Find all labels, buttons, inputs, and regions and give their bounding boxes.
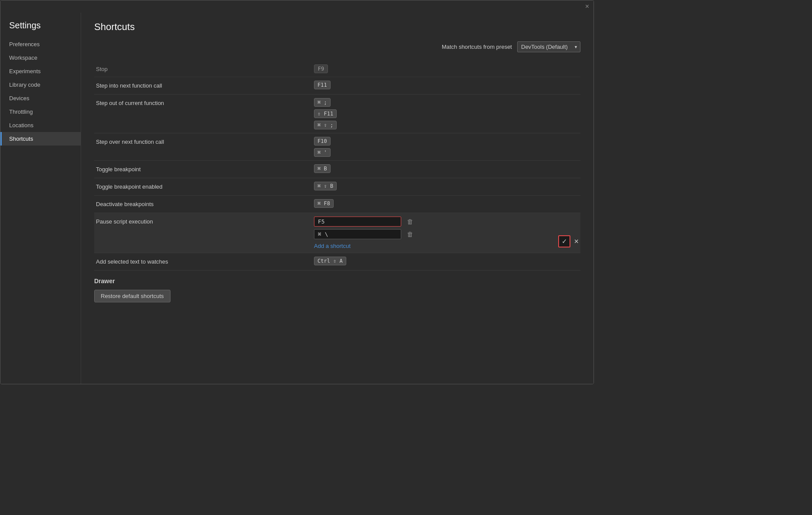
key-ctrl-shift-a: Ctrl ⇧ A bbox=[314, 257, 346, 265]
sidebar-title: Settings bbox=[0, 17, 81, 37]
shortcut-row-add-selected: Add selected text to watches Ctrl ⇧ A bbox=[94, 253, 580, 271]
shortcut-name-add-selected: Add selected text to watches bbox=[96, 257, 314, 265]
shortcut-keys-step-out: ⌘ ; ⇧ F11 ⌘ ⇧ ; bbox=[314, 98, 579, 129]
preset-row: Match shortcuts from preset DevTools (De… bbox=[94, 41, 580, 52]
shortcut-input-1[interactable]: F5 bbox=[314, 217, 401, 227]
shortcut-row-stop: Stop F9 bbox=[94, 61, 580, 77]
key-row: F11 bbox=[314, 81, 579, 89]
drawer-title: Drawer bbox=[94, 278, 580, 285]
sidebar-item-devices[interactable]: Devices bbox=[0, 91, 81, 105]
shortcut-row-deactivate-bp: Deactivate breakpoints ⌘ F8 bbox=[94, 196, 580, 213]
key-cmd-semicolon: ⌘ ; bbox=[314, 98, 331, 107]
confirm-cancel-area: ✓ × bbox=[558, 234, 579, 249]
shortcut-keys-step-over: F10 ⌘ ' bbox=[314, 137, 579, 157]
sidebar-item-experiments[interactable]: Experiments bbox=[0, 64, 81, 78]
key-row: ⌘ ' bbox=[314, 148, 579, 157]
sidebar-item-throttling[interactable]: Throttling bbox=[0, 105, 81, 119]
preset-label: Match shortcuts from preset bbox=[442, 44, 512, 50]
shortcut-row-step-into: Step into next function call F11 bbox=[94, 77, 580, 95]
shortcut-keys-step-into: F11 bbox=[314, 81, 579, 89]
key-cmd-f8: ⌘ F8 bbox=[314, 199, 334, 208]
restore-default-shortcuts-button[interactable]: Restore default shortcuts bbox=[94, 290, 171, 302]
key-row: ⌘ ⇧ ; bbox=[314, 121, 579, 129]
key-cmd-b: ⌘ B bbox=[314, 164, 331, 173]
key-row-input1: F5 🗑 bbox=[314, 217, 551, 227]
key-F10: F10 bbox=[314, 137, 331, 146]
key-row: F10 bbox=[314, 137, 579, 146]
titlebar: × bbox=[0, 0, 594, 13]
preset-select[interactable]: DevTools (Default) Visual Studio Code bbox=[517, 41, 580, 52]
key-row-add: Add a shortcut bbox=[314, 242, 551, 249]
shortcut-row-toggle-bp-enabled: Toggle breakpoint enabled ⌘ ⇧ B bbox=[94, 178, 580, 196]
shortcut-keys-pause-script: F5 🗑 ⌘ \ 🗑 Add a shortcut bbox=[314, 217, 551, 249]
shortcut-name-deactivate-bp: Deactivate breakpoints bbox=[96, 199, 314, 207]
shortcut-name-pause-script: Pause script execution bbox=[96, 217, 314, 225]
shortcut-name-step-out: Step out of current function bbox=[96, 98, 314, 106]
sidebar-item-preferences[interactable]: Preferences bbox=[0, 37, 81, 51]
shortcut-keys-toggle-bp: ⌘ B bbox=[314, 164, 579, 173]
key-row: Ctrl ⇧ A bbox=[314, 257, 579, 265]
close-button[interactable]: × bbox=[585, 3, 589, 10]
sidebar-item-library-code[interactable]: Library code bbox=[0, 78, 81, 91]
confirm-button[interactable]: ✓ bbox=[558, 235, 570, 247]
sidebar: Settings Preferences Workspace Experimen… bbox=[0, 13, 81, 384]
sidebar-item-locations[interactable]: Locations bbox=[0, 119, 81, 132]
shortcut-keys-deactivate-bp: ⌘ F8 bbox=[314, 199, 579, 208]
shortcut-row-step-over: Step over next function call F10 ⌘ ' bbox=[94, 133, 580, 161]
key-F9: F9 bbox=[314, 64, 328, 73]
page-title: Shortcuts bbox=[94, 21, 580, 33]
shortcut-name-step-into: Step into next function call bbox=[96, 81, 314, 89]
key-cmd-shift-b: ⌘ ⇧ B bbox=[314, 182, 337, 190]
sidebar-item-workspace[interactable]: Workspace bbox=[0, 51, 81, 64]
shortcut-name-toggle-bp: Toggle breakpoint bbox=[96, 164, 314, 173]
confirm-cancel-buttons: ✓ × bbox=[558, 235, 579, 247]
key-row: ⌘ B bbox=[314, 164, 579, 173]
shortcut-row-step-out: Step out of current function ⌘ ; ⇧ F11 ⌘… bbox=[94, 95, 580, 133]
shortcut-name-step-over: Step over next function call bbox=[96, 137, 314, 145]
key-cmd-shift-semicolon: ⌘ ⇧ ; bbox=[314, 121, 337, 129]
shortcut-row-toggle-bp: Toggle breakpoint ⌘ B bbox=[94, 161, 580, 178]
shortcut-name-stop: Stop bbox=[96, 66, 314, 72]
add-shortcut-link[interactable]: Add a shortcut bbox=[314, 242, 351, 249]
shortcut-keys-toggle-bp-enabled: ⌘ ⇧ B bbox=[314, 182, 579, 190]
key-cmd-apostrophe: ⌘ ' bbox=[314, 148, 331, 157]
shortcut-name-toggle-bp-enabled: Toggle breakpoint enabled bbox=[96, 182, 314, 190]
delete-shortcut-1-button[interactable]: 🗑 bbox=[405, 217, 416, 226]
drawer-section: Drawer Restore default shortcuts bbox=[94, 278, 580, 302]
preset-select-wrapper: DevTools (Default) Visual Studio Code bbox=[517, 41, 580, 52]
key-row: ⌘ ; bbox=[314, 98, 579, 107]
key-row: ⌘ F8 bbox=[314, 199, 579, 208]
shortcut-keys-stop: F9 bbox=[314, 64, 579, 73]
key-F11: F11 bbox=[314, 81, 331, 89]
cancel-edit-button[interactable]: × bbox=[574, 237, 579, 246]
shortcut-keys-add-selected: Ctrl ⇧ A bbox=[314, 257, 579, 265]
key-row-input2: ⌘ \ 🗑 bbox=[314, 229, 551, 239]
content-area: Settings Preferences Workspace Experimen… bbox=[0, 13, 594, 384]
main-content: Shortcuts Match shortcuts from preset De… bbox=[81, 13, 594, 384]
key-row: ⇧ F11 bbox=[314, 109, 579, 118]
shortcut-row-pause-script: Pause script execution F5 🗑 ⌘ \ 🗑 Add a … bbox=[94, 213, 580, 253]
delete-shortcut-2-button[interactable]: 🗑 bbox=[405, 230, 416, 239]
sidebar-item-shortcuts[interactable]: Shortcuts bbox=[0, 132, 81, 146]
key-row: F9 bbox=[314, 64, 579, 73]
settings-window: × Settings Preferences Workspace Experim… bbox=[0, 0, 594, 384]
key-row: ⌘ ⇧ B bbox=[314, 182, 579, 190]
shortcut-input-2[interactable]: ⌘ \ bbox=[314, 229, 401, 239]
key-shift-F11: ⇧ F11 bbox=[314, 109, 337, 118]
